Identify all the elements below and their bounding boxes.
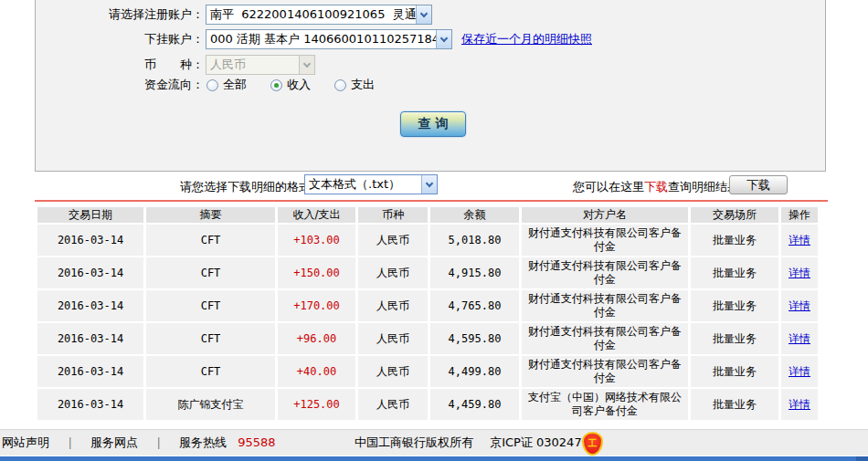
flow-option-label: 收入 bbox=[287, 77, 311, 93]
download-hint-prefix: 您可以在这里 bbox=[573, 180, 644, 194]
download-button[interactable]: 下载 bbox=[729, 175, 788, 194]
cell-currency: 人民币 bbox=[358, 356, 428, 387]
cell-venue: 批量业务 bbox=[691, 389, 778, 420]
radio-checked-icon bbox=[270, 79, 282, 91]
table-header-row: 交易日期摘要收入/支出币种余额对方户名交易场所操作 bbox=[37, 207, 818, 223]
cell-counterparty: 财付通支付科技有限公司客户备付金 bbox=[522, 225, 688, 256]
flow-option-0[interactable]: 全部 bbox=[206, 77, 247, 93]
column-header-currency: 币种 bbox=[358, 207, 428, 223]
cell-date: 2016-03-14 bbox=[37, 356, 143, 387]
cell-summary: CFT bbox=[146, 257, 275, 288]
cell-summary: CFT bbox=[146, 290, 275, 321]
cell-counterparty: 支付宝（中国）网络技术有限公司客户备付金 bbox=[522, 389, 688, 420]
download-hint: 您可以在这里下载查询明细结果 bbox=[573, 179, 739, 195]
column-header-balance: 余额 bbox=[430, 207, 519, 223]
cell-amount: +40.00 bbox=[278, 356, 355, 387]
cell-action: 详情 bbox=[781, 323, 818, 354]
cell-balance: 4,459.80 bbox=[430, 389, 519, 420]
hotline-number: 95588 bbox=[238, 435, 275, 449]
footer-separator: ｜ bbox=[64, 435, 76, 449]
cell-balance: 5,018.80 bbox=[430, 225, 519, 256]
cell-currency: 人民币 bbox=[358, 290, 428, 321]
table-row: 2016-03-14CFT+40.00人民币4,499.80财付通支付科技有限公… bbox=[37, 356, 818, 387]
currency-select: 人民币 bbox=[206, 55, 315, 75]
download-format-select[interactable]: 文本格式（.txt） bbox=[304, 174, 438, 194]
transactions-body: 2016-03-14CFT+103.00人民币5,018.80财付通支付科技有限… bbox=[37, 225, 818, 420]
transactions-table: 交易日期摘要收入/支出币种余额对方户名交易场所操作 2016-03-14CFT+… bbox=[35, 205, 820, 422]
register-account-label: 请选择注册账户： bbox=[36, 6, 204, 23]
currency-label: 币 种： bbox=[36, 57, 204, 73]
copyright-text: 中国工商银行版权所有 bbox=[355, 435, 473, 449]
flow-option-1[interactable]: 收入 bbox=[270, 77, 311, 93]
radio-icon bbox=[334, 79, 346, 91]
sub-account-value: 000 活期 基本户 1406600101102571848 bbox=[206, 31, 436, 47]
cell-counterparty: 财付通支付科技有限公司客户备付金 bbox=[522, 323, 688, 354]
cell-summary: 陈广锦支付宝 bbox=[146, 389, 275, 420]
cell-amount: +125.00 bbox=[278, 389, 355, 420]
cell-counterparty: 财付通支付科技有限公司客户备付金 bbox=[522, 257, 688, 288]
flow-row: 资金流向： 全部收入支出 bbox=[36, 75, 398, 95]
cell-balance: 4,765.80 bbox=[430, 290, 519, 321]
flow-option-2[interactable]: 支出 bbox=[334, 77, 375, 93]
detail-link[interactable]: 详情 bbox=[789, 267, 810, 279]
flow-option-label: 全部 bbox=[223, 77, 247, 93]
column-header-amount: 收入/支出 bbox=[278, 207, 355, 223]
cell-venue: 批量业务 bbox=[691, 257, 778, 288]
cell-action: 详情 bbox=[781, 225, 818, 256]
table-row: 2016-03-14CFT+150.00人民币4,915.80财付通支付科技有限… bbox=[37, 257, 818, 288]
badge-glyph: 工 bbox=[588, 439, 598, 448]
cell-date: 2016-03-14 bbox=[37, 290, 143, 321]
detail-link[interactable]: 详情 bbox=[789, 332, 810, 345]
column-header-venue: 交易场所 bbox=[691, 207, 778, 223]
save-snapshot-link[interactable]: 保存近一个月的明细快照 bbox=[461, 31, 592, 47]
chevron-down-icon bbox=[416, 5, 431, 24]
detail-link[interactable]: 详情 bbox=[789, 234, 810, 246]
cell-amount: +170.00 bbox=[278, 290, 355, 321]
cell-action: 详情 bbox=[781, 356, 818, 387]
transaction-query-page: 请选择注册账户： 南平 6222001406100921065 灵通卡 下挂账户… bbox=[0, 0, 868, 461]
cell-action: 详情 bbox=[781, 389, 818, 420]
table-row: 2016-03-14CFT+96.00人民币4,595.80财付通支付科技有限公… bbox=[37, 323, 818, 354]
cell-balance: 4,915.80 bbox=[430, 257, 519, 288]
cell-action: 详情 bbox=[781, 290, 818, 321]
radio-icon bbox=[206, 79, 218, 91]
footer: 网站声明 ｜ 服务网点 ｜ 服务热线 95588 中国工商银行版权所有 京ICP… bbox=[0, 429, 868, 456]
detail-link[interactable]: 详情 bbox=[789, 398, 810, 411]
cell-summary: CFT bbox=[146, 356, 275, 387]
icp-text: 京ICP证 030247号 bbox=[490, 435, 594, 449]
register-account-select[interactable]: 南平 6222001406100921065 灵通卡 bbox=[206, 5, 432, 25]
detail-link[interactable]: 详情 bbox=[789, 299, 810, 312]
currency-row: 币 种： 人民币 bbox=[36, 55, 315, 75]
cell-counterparty: 财付通支付科技有限公司客户备付金 bbox=[522, 356, 688, 387]
footer-link-statement[interactable]: 网站声明 bbox=[2, 435, 49, 449]
cell-counterparty: 财付通支付科技有限公司客户备付金 bbox=[522, 290, 688, 321]
icbc-shield-badge-icon: 工 bbox=[582, 432, 603, 456]
register-account-value: 南平 6222001406100921065 灵通卡 bbox=[206, 6, 416, 23]
detail-link[interactable]: 详情 bbox=[789, 365, 810, 378]
query-button[interactable]: 查 询 bbox=[400, 111, 466, 137]
column-header-counterparty: 对方户名 bbox=[522, 207, 688, 223]
download-inline-link[interactable]: 下载 bbox=[644, 180, 668, 194]
cell-currency: 人民币 bbox=[358, 323, 428, 354]
cell-amount: +103.00 bbox=[278, 225, 355, 256]
currency-value: 人民币 bbox=[206, 57, 249, 73]
cell-date: 2016-03-14 bbox=[37, 323, 143, 354]
register-account-row: 请选择注册账户： 南平 6222001406100921065 灵通卡 bbox=[36, 5, 432, 25]
footer-link-branches[interactable]: 服务网点 bbox=[90, 435, 138, 449]
bottom-bar bbox=[0, 456, 868, 461]
column-header-action: 操作 bbox=[781, 207, 818, 223]
cell-venue: 批量业务 bbox=[691, 225, 778, 256]
table-row: 2016-03-14陈广锦支付宝+125.00人民币4,459.80支付宝（中国… bbox=[37, 389, 818, 420]
footer-links: 网站声明 ｜ 服务网点 ｜ 服务热线 95588 bbox=[0, 430, 276, 456]
column-header-date: 交易日期 bbox=[37, 207, 143, 223]
red-divider bbox=[35, 200, 828, 202]
sub-account-select[interactable]: 000 活期 基本户 1406600101102571848 bbox=[206, 29, 452, 49]
cell-currency: 人民币 bbox=[358, 389, 428, 420]
cell-amount: +96.00 bbox=[278, 323, 355, 354]
copyright-block: 中国工商银行版权所有 京ICP证 030247号 bbox=[355, 430, 594, 456]
cell-venue: 批量业务 bbox=[691, 290, 778, 321]
sub-account-row: 下挂账户： 000 活期 基本户 1406600101102571848 保存近… bbox=[36, 29, 592, 49]
sub-account-label: 下挂账户： bbox=[36, 31, 204, 47]
chevron-down-icon bbox=[436, 30, 451, 48]
query-form-panel: 请选择注册账户： 南平 6222001406100921065 灵通卡 下挂账户… bbox=[35, 0, 826, 172]
